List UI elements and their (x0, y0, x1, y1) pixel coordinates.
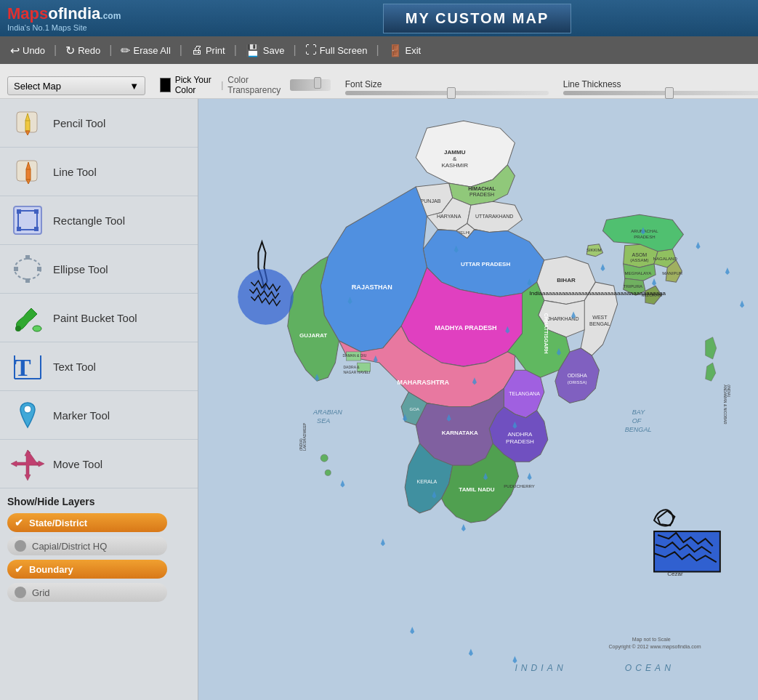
svg-text:SIKKIM: SIKKIM (586, 248, 602, 252)
svg-text:(ORISSA): (ORISSA) (568, 380, 587, 385)
erase-button[interactable]: ✏ Erase All (116, 42, 174, 59)
svg-point-75 (320, 454, 328, 462)
svg-text:Cezar: Cezar (667, 571, 683, 577)
layer-boundary-check: ✔ (15, 563, 23, 575)
svg-point-19 (33, 326, 41, 331)
move-tool-label: Move Tool (53, 458, 102, 470)
svg-text:(ASSAM): (ASSAM) (630, 258, 648, 262)
svg-text:MADHYA PRADESH: MADHYA PRADESH (435, 324, 496, 331)
svg-rect-13 (34, 227, 39, 231)
exit-icon: 🚪 (388, 44, 403, 57)
svg-text:PUDUCHERRY: PUDUCHERRY (504, 484, 535, 488)
color-swatch[interactable] (160, 78, 171, 92)
erase-icon: ✏ (121, 44, 130, 57)
tool-paint[interactable]: Paint Bucket Tool (0, 294, 198, 342)
svg-text:TELANGANA: TELANGANA (509, 391, 540, 396)
svg-text:PUNJAB: PUNJAB (421, 198, 441, 204)
text-tool-icon: T (11, 350, 44, 383)
main: Pencil Tool Line Tool (0, 99, 758, 700)
font-size-group: Font Size (345, 79, 549, 95)
layers-title: Show/Hide Layers (7, 496, 190, 507)
save-icon: 💾 (246, 44, 260, 57)
save-button[interactable]: 💾 Save (241, 42, 289, 59)
paint-tool-label: Paint Bucket Tool (53, 312, 137, 324)
svg-point-20 (15, 326, 21, 331)
svg-text:BENGAL: BENGAL (625, 426, 652, 433)
rectangle-tool-icon (11, 204, 44, 237)
svg-text:TAMIL NADU: TAMIL NADU (459, 486, 495, 493)
transparency-slider-thumb[interactable] (314, 77, 321, 89)
marker-tool-label: Marker Tool (53, 409, 110, 422)
svg-text:&: & (453, 156, 457, 162)
line-thickness-thumb[interactable] (665, 87, 674, 99)
layer-boundary-label: Boundary (29, 564, 73, 575)
tool-move[interactable]: Move Tool (0, 440, 198, 488)
svg-rect-15 (14, 267, 18, 271)
font-size-label: Font Size (345, 79, 382, 89)
logo-text: MapsofIndia.com (7, 4, 121, 23)
svg-text:Indiaaaaaaaaaaaaaaaaaaaaaaaaaa: Indiaaaaaaaaaaaaaaaaaaaaaaaaaaaaaaaaaaaa… (530, 290, 666, 297)
layer-state-label: State/District (29, 518, 87, 528)
tool-ellipse[interactable]: Ellipse Tool (0, 245, 198, 294)
rectangle-tool-label: Rectangle Tool (53, 214, 125, 227)
svg-text:ASOM: ASOM (632, 252, 647, 257)
color-transparency-label: Color Transparency (227, 75, 281, 95)
select-map-dropdown[interactable]: Select Map ▼ (7, 76, 145, 95)
font-size-thumb[interactable] (447, 87, 456, 99)
tool-rectangle[interactable]: Rectangle Tool (0, 196, 198, 245)
svg-rect-12 (17, 227, 21, 231)
logo-subtext: India's No.1 Maps Site (7, 23, 87, 32)
map-area[interactable]: INDIA N JAMMU & KASHMIR HIMACHAL PRADESH… (198, 99, 758, 700)
undo-button[interactable]: ↩ Undo (6, 42, 49, 59)
exit-button[interactable]: 🚪 Exit (384, 42, 426, 59)
svg-text:NAGAR HAVELI: NAGAR HAVELI (343, 370, 370, 374)
redo-label: Redo (78, 45, 100, 56)
svg-marker-3 (25, 131, 30, 135)
tool-text[interactable]: T Text Tool (0, 342, 198, 391)
line-thickness-group: Line Thickness (563, 79, 758, 95)
svg-text:PRADESH: PRADESH (634, 235, 655, 239)
layer-capital-label: Capial/District HQ (32, 541, 107, 552)
tool-line[interactable]: Line Tool (0, 148, 198, 196)
svg-text:CHHATTISGARH: CHHATTISGARH (544, 313, 549, 354)
svg-text:NAGALAND: NAGALAND (653, 257, 678, 261)
svg-rect-18 (25, 278, 30, 283)
select-map-label: Select Map (14, 81, 61, 92)
layer-boundary-toggle[interactable]: ✔ Boundary (7, 560, 167, 579)
svg-text:UTTARAKHAND: UTTARAKHAND (475, 214, 513, 219)
logo-area: MapsofIndia.com India's No.1 Maps Site (7, 4, 203, 32)
svg-text:ANDHRA: ANDHRA (507, 431, 533, 438)
svg-text:PRADESH: PRADESH (469, 192, 494, 197)
svg-text:Copyright © 2012  www.mapsofin: Copyright © 2012 www.mapsofindia.com (609, 644, 701, 650)
pencil-tool-icon (11, 106, 44, 140)
save-label: Save (263, 45, 285, 56)
fullscreen-icon: ⛶ (305, 44, 317, 57)
print-button[interactable]: 🖨 Print (187, 42, 230, 58)
layer-grid-toggle[interactable]: Grid (7, 583, 167, 602)
layer-state-toggle[interactable]: ✔ State/District (7, 513, 167, 532)
svg-text:KERALA: KERALA (416, 479, 437, 484)
svg-text:MEGHALAYA: MEGHALAYA (624, 271, 652, 275)
svg-text:SEA: SEA (317, 417, 330, 425)
redo-button[interactable]: ↻ Redo (61, 42, 105, 59)
title-area: MY CUSTOM MAP (203, 4, 751, 33)
tool-pencil[interactable]: Pencil Tool (0, 99, 198, 148)
layer-state: ✔ State/District (7, 513, 190, 532)
layer-capital-toggle[interactable]: Capial/District HQ (7, 536, 167, 555)
svg-text:DADRA &: DADRA & (343, 365, 360, 369)
tool-marker[interactable]: Marker Tool (0, 391, 198, 440)
svg-text:GUJARAT: GUJARAT (299, 332, 327, 339)
svg-text:UTTAR PRADESH: UTTAR PRADESH (461, 261, 510, 267)
svg-rect-17 (25, 255, 30, 260)
line-tool-icon (11, 155, 44, 188)
fullscreen-button[interactable]: ⛶ Full Screen (301, 42, 372, 58)
svg-text:MAHARASHTRA: MAHARASHTRA (398, 379, 450, 386)
layer-capital-dot (15, 540, 26, 552)
line-tool-label: Line Tool (53, 166, 97, 178)
color-label: Pick Your Color (175, 75, 217, 95)
svg-text:JAMMU: JAMMU (444, 149, 466, 156)
dropdown-arrow-icon: ▼ (129, 81, 139, 92)
svg-text:DAMAN & DIU: DAMAN & DIU (342, 353, 366, 358)
svg-text:KARNATAKA: KARNATAKA (442, 430, 478, 436)
sidebar: Pencil Tool Line Tool (0, 99, 198, 700)
